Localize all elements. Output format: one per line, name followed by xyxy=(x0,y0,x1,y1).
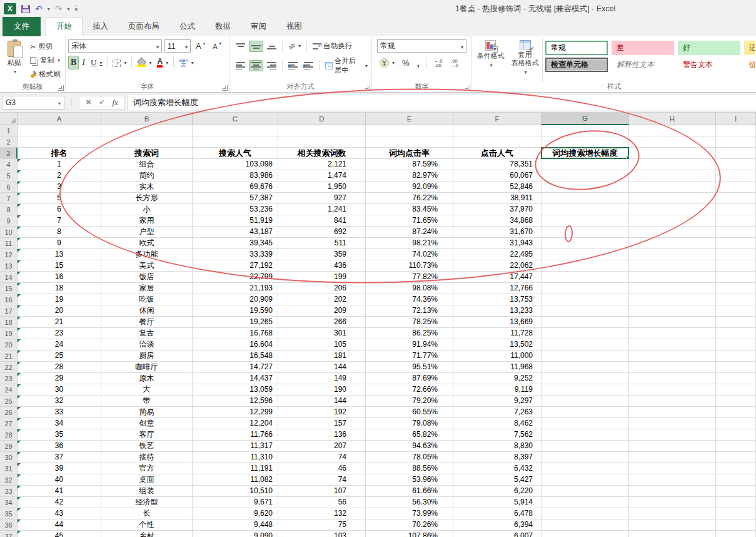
cell-E15[interactable]: 98.08% xyxy=(366,283,453,294)
italic-button[interactable]: I xyxy=(79,56,88,69)
cell-E19[interactable]: 86.25% xyxy=(366,328,453,339)
row-header-10[interactable]: 10 xyxy=(0,227,18,238)
cell-D2[interactable] xyxy=(278,136,366,148)
cell-D13[interactable]: 436 xyxy=(278,260,366,272)
cell-D15[interactable]: 206 xyxy=(278,283,366,294)
cell-D28[interactable]: 136 xyxy=(278,429,366,441)
cell-F23[interactable]: 9,252 xyxy=(453,373,542,384)
font-size-select[interactable]: 11 xyxy=(164,39,191,53)
decrease-decimal-button[interactable]: .00→.0 xyxy=(448,57,461,69)
cell-E21[interactable]: 71.77% xyxy=(366,350,453,362)
row-header-26[interactable]: 26 xyxy=(0,407,18,418)
cell-F37[interactable]: 6,007 xyxy=(453,531,542,537)
cell-D22[interactable]: 144 xyxy=(278,362,366,373)
cell-E6[interactable]: 92.09% xyxy=(366,182,453,193)
row-header-25[interactable]: 25 xyxy=(0,396,18,407)
cell-G33[interactable] xyxy=(542,486,629,497)
cell-G25[interactable] xyxy=(542,396,629,407)
number-dialog-launcher-icon[interactable] xyxy=(465,85,470,91)
cell-I14[interactable] xyxy=(716,272,756,283)
cell-H16[interactable] xyxy=(629,294,716,305)
cell-H23[interactable] xyxy=(629,373,716,384)
cell-I8[interactable] xyxy=(716,204,756,215)
cell-D17[interactable]: 209 xyxy=(278,305,366,317)
cell-C21[interactable]: 16,548 xyxy=(193,350,278,362)
cell-G24[interactable] xyxy=(542,384,629,396)
cell-F13[interactable]: 22,062 xyxy=(453,260,542,272)
cell-B3[interactable]: 搜索词 xyxy=(101,148,193,159)
align-top-button[interactable] xyxy=(233,41,248,52)
cell-D23[interactable]: 149 xyxy=(278,373,366,384)
cell-G7[interactable] xyxy=(542,193,629,204)
cell-I12[interactable] xyxy=(716,249,756,260)
cell-F21[interactable]: 11,000 xyxy=(453,350,542,362)
cell-A31[interactable]: 39 xyxy=(18,463,101,474)
cell-I9[interactable] xyxy=(716,215,756,227)
cell-B28[interactable]: 客厅 xyxy=(101,429,193,441)
row-header-31[interactable]: 31 xyxy=(0,463,18,474)
cell-B14[interactable]: 饭店 xyxy=(101,272,193,283)
row-header-22[interactable]: 22 xyxy=(0,362,18,373)
cell-I32[interactable] xyxy=(716,474,756,486)
cell-E27[interactable]: 79.08% xyxy=(366,418,453,429)
cell-I19[interactable] xyxy=(716,328,756,339)
cell-I20[interactable] xyxy=(716,339,756,350)
row-header-14[interactable]: 14 xyxy=(0,272,18,283)
cell-H21[interactable] xyxy=(629,350,716,362)
cell-G18[interactable] xyxy=(542,317,629,328)
cell-H36[interactable] xyxy=(629,519,716,531)
cell-I22[interactable] xyxy=(716,362,756,373)
column-header-H[interactable]: H xyxy=(629,113,716,125)
cell-style-check[interactable]: 检查单元格 xyxy=(545,58,608,72)
cell-D10[interactable]: 692 xyxy=(278,227,366,238)
row-header-15[interactable]: 15 xyxy=(0,283,18,294)
cell-H1[interactable] xyxy=(629,125,716,136)
tab-formulas[interactable]: 公式 xyxy=(169,18,205,36)
alignment-dialog-launcher-icon[interactable] xyxy=(365,85,370,91)
cell-H26[interactable] xyxy=(629,407,716,418)
tab-home[interactable]: 开始 xyxy=(46,17,83,36)
cell-C32[interactable]: 11,082 xyxy=(193,474,278,486)
cell-D31[interactable]: 46 xyxy=(278,463,366,474)
cell-D16[interactable]: 202 xyxy=(278,294,366,305)
cell-B26[interactable]: 简易 xyxy=(101,407,193,418)
cell-C5[interactable]: 83,986 xyxy=(193,170,278,182)
cell-I34[interactable] xyxy=(716,497,756,508)
cell-H5[interactable] xyxy=(629,170,716,182)
column-header-B[interactable]: B xyxy=(101,113,193,125)
cell-C13[interactable]: 27,192 xyxy=(193,260,278,272)
cell-style-neutral[interactable]: 适 xyxy=(744,41,755,55)
column-header-E[interactable]: E xyxy=(366,113,453,125)
cell-D12[interactable]: 359 xyxy=(278,249,366,260)
select-all-corner[interactable] xyxy=(0,113,18,125)
cell-G26[interactable] xyxy=(542,407,629,418)
bold-button[interactable]: B xyxy=(68,56,79,69)
phonetic-button[interactable]: wén文 xyxy=(176,56,196,69)
cell-E13[interactable]: 110.73% xyxy=(366,260,453,272)
cell-E4[interactable]: 87.59% xyxy=(366,159,453,170)
grow-font-button[interactable]: A xyxy=(193,39,208,53)
cell-E18[interactable]: 78.25% xyxy=(366,317,453,328)
cancel-icon[interactable]: ✖ xyxy=(86,98,91,106)
cell-I18[interactable] xyxy=(716,317,756,328)
align-center-button[interactable] xyxy=(249,60,263,71)
cell-B29[interactable]: 铁艺 xyxy=(101,441,193,452)
cell-B23[interactable]: 原木 xyxy=(101,373,193,384)
cell-G2[interactable] xyxy=(542,136,629,148)
cell-A32[interactable]: 40 xyxy=(18,474,101,486)
cell-A4[interactable]: 1 xyxy=(18,159,101,170)
cell-E2[interactable] xyxy=(366,136,453,148)
fill-color-button[interactable] xyxy=(134,56,154,69)
cell-H19[interactable] xyxy=(629,328,716,339)
cell-E33[interactable]: 61.66% xyxy=(366,486,453,497)
align-middle-button[interactable] xyxy=(249,41,263,52)
cell-A27[interactable]: 34 xyxy=(18,418,101,429)
column-header-C[interactable]: C xyxy=(193,113,278,125)
cell-F22[interactable]: 11,968 xyxy=(453,362,542,373)
orientation-button[interactable]: ab xyxy=(286,41,303,51)
cell-H17[interactable] xyxy=(629,305,716,317)
cell-E34[interactable]: 56.30% xyxy=(366,497,453,508)
cell-E16[interactable]: 74.36% xyxy=(366,294,453,305)
cell-A8[interactable]: 6 xyxy=(18,204,101,215)
cell-I5[interactable] xyxy=(716,170,756,182)
